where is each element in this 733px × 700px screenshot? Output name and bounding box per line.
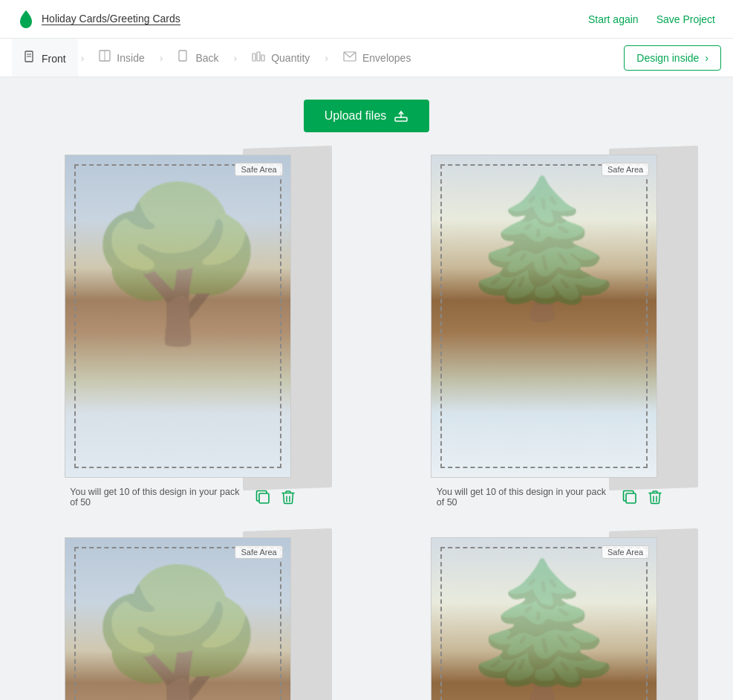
svg-rect-5 <box>179 51 186 61</box>
svg-rect-13 <box>626 493 636 503</box>
design-inside-button[interactable]: Design inside › <box>624 45 721 71</box>
envelopes-icon <box>343 51 356 65</box>
upload-files-button[interactable]: Upload files <box>304 100 430 132</box>
delete-design-button-2[interactable] <box>647 488 663 506</box>
card-container-1: Safe Area <box>65 155 302 478</box>
card-caption-text-1: You will get 10 of this design in your p… <box>70 487 246 508</box>
dashed-border-1 <box>74 164 281 468</box>
header: Holiday Cards/Greeting Cards Start again… <box>0 0 733 39</box>
sep-3: › <box>231 52 241 64</box>
sep-2: › <box>157 52 166 64</box>
step-envelopes-label: Envelopes <box>362 52 411 64</box>
card-container-4: Safe Area <box>431 537 668 700</box>
svg-rect-12 <box>259 493 269 503</box>
delete-design-button-1[interactable] <box>280 488 296 506</box>
svg-rect-7 <box>257 52 260 61</box>
dashed-border-3 <box>74 547 281 700</box>
upload-icon <box>394 108 408 123</box>
copy-icon-1 <box>255 489 271 505</box>
safe-area-badge-1: Safe Area <box>235 163 282 176</box>
step-back[interactable]: Back <box>166 39 230 77</box>
step-quantity-label: Quantity <box>271 52 310 64</box>
start-again-link[interactable]: Start again <box>588 13 639 25</box>
dashed-border-4 <box>440 547 648 700</box>
card-front-4: Safe Area <box>431 537 657 700</box>
copy-design-button-1[interactable] <box>253 487 273 507</box>
card-front-3: Safe Area <box>65 537 291 700</box>
safe-area-badge-4: Safe Area <box>602 545 649 559</box>
step-quantity[interactable]: Quantity <box>240 39 322 77</box>
breadcrumb: Holiday Cards/Greeting Cards <box>42 13 180 25</box>
safe-area-badge-3: Safe Area <box>235 545 282 559</box>
card-caption-1: You will get 10 of this design in your p… <box>70 487 296 508</box>
step-front[interactable]: Front <box>12 39 78 77</box>
cards-grid: Safe Area You will get 10 of this design… <box>30 155 703 700</box>
quantity-icon <box>252 51 265 65</box>
card-item: Safe Area You will get 10 of this design… <box>397 155 704 508</box>
trash-icon-2 <box>648 490 662 505</box>
card-caption-text-2: You will get 10 of this design in your p… <box>437 487 613 508</box>
step-front-label: Front <box>42 53 66 65</box>
card-caption-2: You will get 10 of this design in your p… <box>437 487 663 508</box>
svg-rect-8 <box>261 55 264 61</box>
copy-design-button-2[interactable] <box>620 487 639 507</box>
card-front-2: Safe Area <box>431 155 657 478</box>
dashed-border-2 <box>440 164 648 468</box>
step-back-label: Back <box>195 52 218 64</box>
safe-area-badge-2: Safe Area <box>602 163 649 176</box>
card-front-1: Safe Area <box>65 155 291 478</box>
chevron-right-icon: › <box>705 52 708 64</box>
steps-nav: Front › Inside › Back › Quantity › Envel… <box>0 39 733 77</box>
sep-4: › <box>322 52 331 64</box>
step-envelopes[interactable]: Envelopes <box>331 39 423 77</box>
back-icon <box>177 50 189 66</box>
card-item: Safe Area You will get 10 of this design… <box>30 155 337 508</box>
card-container-2: Safe Area <box>431 155 668 478</box>
card-item: Safe Area <box>30 537 337 700</box>
trash-icon-1 <box>281 490 295 505</box>
upload-label: Upload files <box>325 109 387 123</box>
header-left: Holiday Cards/Greeting Cards <box>18 9 180 30</box>
front-icon <box>24 51 36 67</box>
step-inside-label: Inside <box>117 52 144 64</box>
step-inside[interactable]: Inside <box>87 39 156 77</box>
save-project-link[interactable]: Save Project <box>657 13 715 25</box>
main-content: Upload files Safe Area You will get 10 o… <box>0 77 733 700</box>
inside-icon <box>99 50 111 66</box>
header-right: Start again Save Project <box>588 13 715 25</box>
card-container-3: Safe Area <box>65 537 302 700</box>
card-item: Safe Area <box>397 537 704 700</box>
svg-rect-6 <box>253 54 255 61</box>
copy-icon-2 <box>622 489 638 505</box>
logo-icon <box>18 9 34 30</box>
design-inside-label: Design inside <box>636 52 699 64</box>
sep-1: › <box>78 52 88 64</box>
